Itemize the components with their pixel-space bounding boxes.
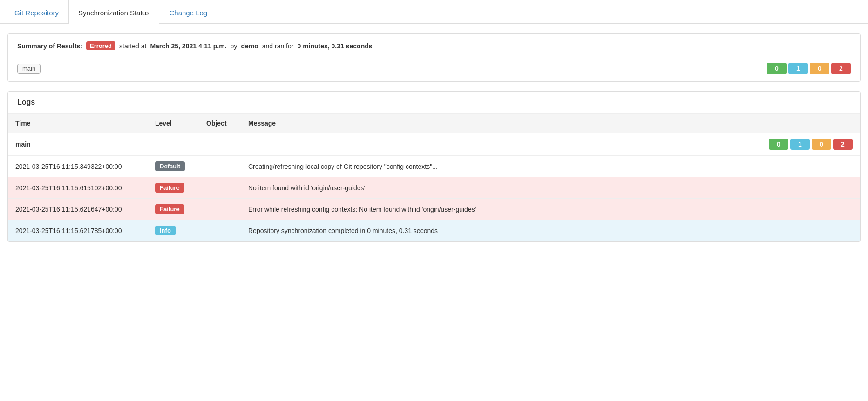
log-object xyxy=(199,220,241,241)
log-message: No item found with id 'origin/user-guide… xyxy=(241,177,860,199)
table-row: 2021-03-25T16:11:15.615102+00:00FailureN… xyxy=(8,177,860,199)
table-header-row: Time Level Object Message xyxy=(8,114,860,133)
duration: 0 minutes, 0.31 seconds xyxy=(297,42,372,50)
table-row: 2021-03-25T16:11:15.621785+00:00InfoRepo… xyxy=(8,220,860,241)
log-object xyxy=(199,199,241,220)
col-header-level: Level xyxy=(148,114,199,133)
level-badge: Default xyxy=(155,161,185,171)
log-time: 2021-03-25T16:11:15.349322+00:00 xyxy=(8,156,148,177)
summary-row: Summary of Results: Errored started at M… xyxy=(17,41,851,57)
tab-change-log[interactable]: Change Log xyxy=(159,0,217,24)
start-time: March 25, 2021 4:11 p.m. xyxy=(150,42,226,50)
tab-bar: Git Repository Synchronization Status Ch… xyxy=(0,0,868,24)
summary-prefix: Summary of Results: xyxy=(17,42,82,50)
log-message: Repository synchronization completed in … xyxy=(241,220,860,241)
log-branch-row: main 0 1 0 2 xyxy=(8,133,860,156)
level-badge: Failure xyxy=(155,183,184,193)
logs-card: Logs Time Level Object Message main xyxy=(7,91,861,242)
log-time: 2021-03-25T16:11:15.621647+00:00 xyxy=(8,199,148,220)
log-object xyxy=(199,177,241,199)
col-header-time: Time xyxy=(8,114,148,133)
level-badge: Failure xyxy=(155,204,184,214)
log-level: Info xyxy=(148,220,199,241)
log-count-blue: 1 xyxy=(790,139,810,150)
log-time: 2021-03-25T16:11:15.621785+00:00 xyxy=(8,220,148,241)
log-message: Error while refreshing config contexts: … xyxy=(241,199,860,220)
branch-tag: main xyxy=(17,64,41,74)
log-table: Time Level Object Message main 0 1 xyxy=(8,114,860,241)
by-text: by xyxy=(231,42,237,50)
level-badge: Info xyxy=(155,226,176,235)
log-level: Failure xyxy=(148,177,199,199)
log-message: Creating/refreshing local copy of Git re… xyxy=(241,156,860,177)
log-level: Default xyxy=(148,156,199,177)
log-time: 2021-03-25T16:11:15.615102+00:00 xyxy=(8,177,148,199)
tab-git-repository[interactable]: Git Repository xyxy=(5,0,68,24)
col-header-object: Object xyxy=(199,114,241,133)
count-orange: 0 xyxy=(810,63,829,74)
count-blue: 1 xyxy=(788,63,808,74)
count-badges: 0 1 0 2 xyxy=(767,63,851,74)
user: demo xyxy=(241,42,258,50)
summary-card: Summary of Results: Errored started at M… xyxy=(7,33,861,82)
main-content: Summary of Results: Errored started at M… xyxy=(0,24,868,251)
count-red: 2 xyxy=(831,63,851,74)
log-count-orange: 0 xyxy=(812,139,831,150)
ran-text: and ran for xyxy=(262,42,294,50)
log-count-red: 2 xyxy=(833,139,853,150)
tab-sync-status[interactable]: Synchronization Status xyxy=(68,0,159,24)
log-count-green: 0 xyxy=(769,139,788,150)
table-row: 2021-03-25T16:11:15.621647+00:00FailureE… xyxy=(8,199,860,220)
log-level: Failure xyxy=(148,199,199,220)
count-green: 0 xyxy=(767,63,787,74)
log-count-badges: 0 1 0 2 xyxy=(248,139,853,150)
branch-row: main 0 1 0 2 xyxy=(17,57,851,74)
branch-name-cell: main xyxy=(8,133,148,156)
logs-header: Logs xyxy=(8,92,860,114)
table-row: 2021-03-25T16:11:15.349322+00:00DefaultC… xyxy=(8,156,860,177)
col-header-message: Message xyxy=(241,114,860,133)
log-object xyxy=(199,156,241,177)
started-text: started at xyxy=(119,42,146,50)
status-badge: Errored xyxy=(86,41,115,50)
